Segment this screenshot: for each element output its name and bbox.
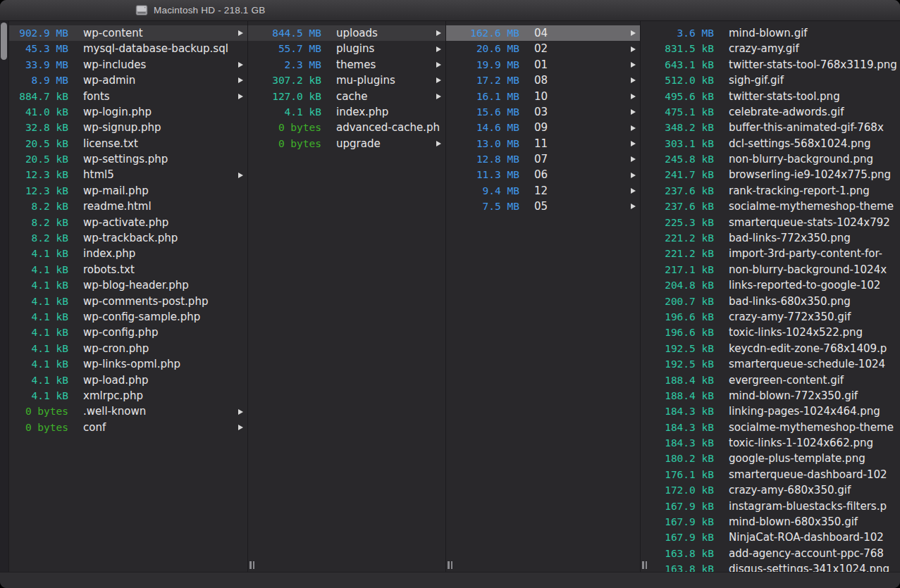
file-row[interactable]: 221.2 kBimport-3rd-party-content-for- bbox=[641, 246, 900, 261]
file-row[interactable]: 4.1 kBwp-config-sample.php bbox=[0, 309, 247, 325]
file-row[interactable]: 12.3 kBhtml5 bbox=[0, 168, 247, 183]
file-row[interactable]: 7.5 MB05 bbox=[446, 199, 640, 214]
file-row[interactable]: 221.2 kBbad-links-772x350.png bbox=[641, 230, 900, 246]
column-resize-grip[interactable] bbox=[249, 561, 252, 569]
file-row[interactable]: 8.2 kBwp-activate.php bbox=[0, 215, 247, 230]
file-row[interactable]: 45.3 MBmysql-database-backup.sql bbox=[0, 41, 247, 56]
file-name: toxic-links-1024x522.png bbox=[729, 327, 900, 339]
file-row[interactable]: 20.5 kBlicense.txt bbox=[0, 136, 247, 151]
file-row[interactable]: 13.0 MB11 bbox=[446, 136, 640, 151]
file-row[interactable]: 241.7 kBbrowserling-ie9-1024x775.png bbox=[641, 168, 900, 183]
file-row[interactable]: 8.9 MBwp-admin bbox=[0, 73, 247, 88]
file-row[interactable]: 184.3 kBsocialme-mythemeshop-theme bbox=[641, 420, 900, 435]
title-bar[interactable]: Macintosh HD - 218.1 GB bbox=[0, 0, 900, 21]
file-row[interactable]: 184.3 kBlinking-pages-1024x464.png bbox=[641, 404, 900, 419]
file-row[interactable]: 167.9 kBmind-blown-680x350.gif bbox=[641, 514, 900, 530]
file-row[interactable]: 4.1 kBwp-load.php bbox=[0, 373, 247, 388]
file-row[interactable]: 188.4 kBmind-blown-772x350.gif bbox=[641, 388, 900, 404]
file-row[interactable]: 176.1 kBsmarterqueue-dashboard-102 bbox=[641, 467, 900, 482]
file-row[interactable]: 172.0 kBcrazy-amy-680x350.gif bbox=[641, 482, 900, 498]
file-row[interactable]: 225.3 kBsmarterqueue-stats-1024x792 bbox=[641, 215, 900, 230]
file-row[interactable]: 902.9 MBwp-content bbox=[0, 25, 247, 41]
file-row[interactable]: 8.2 kBreadme.html bbox=[0, 199, 247, 214]
file-size: 20.6 MB bbox=[455, 44, 519, 54]
file-row[interactable]: 180.2 kBgoogle-plus-template.png bbox=[641, 451, 900, 467]
file-row[interactable]: 200.7 kBbad-links-680x350.png bbox=[641, 294, 900, 309]
file-row[interactable]: 0 bytesconf bbox=[0, 420, 247, 435]
file-row[interactable]: 844.5 MBuploads bbox=[248, 25, 445, 41]
file-row[interactable]: 303.1 kBdcl-settings-568x1024.png bbox=[641, 136, 900, 151]
file-row[interactable]: 196.6 kBcrazy-amy-772x350.gif bbox=[641, 309, 900, 325]
file-row[interactable]: 0 bytesupgrade bbox=[248, 136, 445, 151]
file-row[interactable]: 245.8 kBnon-blurry-background.png bbox=[641, 151, 900, 167]
file-row[interactable]: 512.0 kBsigh-gif.gif bbox=[641, 73, 900, 88]
file-row[interactable]: 167.9 kBinstagram-bluestacks-filters.p bbox=[641, 499, 900, 514]
file-row[interactable]: 4.1 kBwp-blog-header.php bbox=[0, 277, 247, 293]
file-row[interactable]: 204.8 kBlinks-reported-to-google-102 bbox=[641, 277, 900, 293]
file-row[interactable]: 184.3 kBtoxic-links-1-1024x662.png bbox=[641, 435, 900, 451]
file-name: wp-content bbox=[83, 27, 247, 39]
file-row[interactable]: 9.4 MB12 bbox=[446, 183, 640, 199]
file-row[interactable]: 4.1 kBindex.php bbox=[0, 246, 247, 261]
file-browser: 902.9 MBwp-content45.3 MBmysql-database-… bbox=[0, 21, 900, 572]
file-row[interactable]: 192.5 kBsmarterqueue-schedule-1024 bbox=[641, 356, 900, 372]
file-row[interactable]: 643.1 kBtwitter-stats-tool-768x3119.png bbox=[641, 57, 900, 73]
file-row[interactable]: 188.4 kBevergreen-content.gif bbox=[641, 373, 900, 388]
file-row[interactable]: 0 bytesadvanced-cache.ph bbox=[248, 120, 445, 135]
file-name: index.php bbox=[336, 106, 445, 118]
file-row[interactable]: 475.1 kBcelebrate-adwords.gif bbox=[641, 104, 900, 120]
file-row[interactable]: 2.3 MBthemes bbox=[248, 57, 445, 73]
file-name: smarterqueue-dashboard-102 bbox=[729, 469, 900, 481]
file-row[interactable]: 4.1 kBwp-cron.php bbox=[0, 341, 247, 356]
file-row[interactable]: 4.1 kBindex.php bbox=[248, 104, 445, 120]
file-row[interactable]: 192.5 kBkeycdn-edit-zone-768x1409.p bbox=[641, 341, 900, 356]
file-row[interactable]: 307.2 kBmu-plugins bbox=[248, 73, 445, 88]
file-row[interactable]: 19.9 MB01 bbox=[446, 57, 640, 73]
file-row[interactable]: 237.6 kBrank-tracking-report-1.png bbox=[641, 183, 900, 199]
file-row[interactable]: 348.2 kBbuffer-this-animated-gif-768x bbox=[641, 120, 900, 135]
file-row[interactable]: 4.1 kBwp-links-opml.php bbox=[0, 356, 247, 372]
file-row[interactable]: 3.6 MBmind-blown.gif bbox=[641, 25, 900, 41]
file-row[interactable]: 8.2 kBwp-trackback.php bbox=[0, 230, 247, 246]
file-row[interactable]: 33.9 MBwp-includes bbox=[0, 57, 247, 73]
column-resize-grip[interactable] bbox=[448, 561, 450, 569]
file-row[interactable]: 167.9 kBNinjaCat-ROA-dashboard-102 bbox=[641, 530, 900, 546]
file-row[interactable]: 12.8 MB07 bbox=[446, 151, 640, 167]
file-row[interactable]: 163.8 kBadd-agency-account-ppc-768 bbox=[641, 546, 900, 561]
file-row[interactable]: 831.5 kBcrazy-amy.gif bbox=[641, 41, 900, 56]
file-size: 217.1 kB bbox=[649, 265, 714, 275]
file-row[interactable]: 55.7 MBplugins bbox=[248, 41, 445, 56]
file-row[interactable]: 20.5 kBwp-settings.php bbox=[0, 151, 247, 167]
file-row[interactable]: 884.7 kBfonts bbox=[0, 89, 247, 104]
file-row[interactable]: 32.8 kBwp-signup.php bbox=[0, 120, 247, 135]
column-resize-grip[interactable] bbox=[642, 561, 644, 569]
file-name: mind-blown.gif bbox=[729, 27, 900, 39]
file-row[interactable]: 4.1 kBwp-config.php bbox=[0, 325, 247, 340]
file-row[interactable]: 217.1 kBnon-blurry-background-1024x bbox=[641, 262, 900, 277]
file-row[interactable]: 163.8 kBdisqus-settings-341x1024.png bbox=[641, 561, 900, 572]
file-row[interactable]: 12.3 kBwp-mail.php bbox=[0, 183, 247, 199]
file-row[interactable]: 4.1 kBrobots.txt bbox=[0, 262, 247, 277]
file-row[interactable]: 0 bytes.well-known bbox=[0, 404, 247, 419]
file-row[interactable]: 127.0 kBcache bbox=[248, 89, 445, 104]
file-row[interactable]: 15.6 MB03 bbox=[446, 104, 640, 120]
file-row[interactable]: 162.6 MB04 bbox=[446, 25, 640, 41]
left-scrollbar-thumb[interactable] bbox=[1, 23, 7, 60]
left-scrollbar-track[interactable] bbox=[0, 21, 9, 572]
file-row[interactable]: 17.2 MB08 bbox=[446, 73, 640, 88]
file-row[interactable]: 20.6 MB02 bbox=[446, 41, 640, 56]
file-row[interactable]: 11.3 MB06 bbox=[446, 168, 640, 183]
file-row[interactable]: 16.1 MB10 bbox=[446, 89, 640, 104]
file-row[interactable]: 4.1 kBwp-comments-post.php bbox=[0, 294, 247, 309]
file-size: 192.5 kB bbox=[649, 359, 714, 370]
file-name: wp-login.php bbox=[83, 106, 247, 118]
file-row[interactable]: 14.6 MB09 bbox=[446, 120, 640, 135]
file-row[interactable]: 237.6 kBsocialme-mythemeshop-theme bbox=[641, 199, 900, 214]
file-row[interactable]: 196.6 kBtoxic-links-1024x522.png bbox=[641, 325, 900, 340]
file-name: non-blurry-background.png bbox=[729, 154, 900, 165]
file-row[interactable]: 495.6 kBtwitter-stats-tool.png bbox=[641, 89, 900, 104]
file-name: conf bbox=[83, 422, 247, 434]
file-size: 200.7 kB bbox=[649, 296, 714, 307]
file-row[interactable]: 41.0 kBwp-login.php bbox=[0, 104, 247, 120]
file-row[interactable]: 4.1 kBxmlrpc.php bbox=[0, 388, 247, 404]
